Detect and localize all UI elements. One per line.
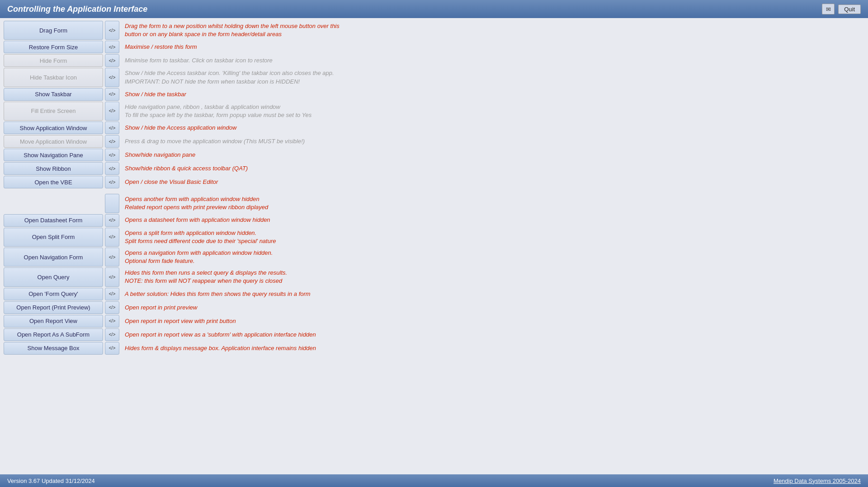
table-row: Open Report As A SubForm</>Open report i… [0,328,868,341]
table-row: Show Taskbar</>Show / hide the taskbar [0,88,868,101]
table-row: Open Navigation Form</>Opens a navigatio… [0,248,868,267]
row-description: Open report in report view with print bu… [119,315,868,328]
row-description: Minimise form to taskbar. Click on taskb… [119,54,868,67]
action-button[interactable]: Restore Form Size [4,41,103,53]
action-button[interactable]: Show Navigation Pane [4,149,103,161]
table-row: Show Ribbon</>Show/hide ribbon & quick a… [0,162,868,175]
code-button[interactable]: </> [105,288,119,300]
action-button[interactable]: Open Split Form [4,228,103,247]
action-button[interactable]: Show Taskbar [4,88,103,101]
code-button[interactable]: </> [105,267,119,286]
action-button[interactable]: Open Query [4,267,103,286]
status-bar: Version 3.67 Updated 31/12/2024 Mendip D… [0,474,868,487]
code-button[interactable]: </> [105,88,119,101]
table-row: Show Application Window</>Show / hide th… [0,122,868,134]
main-content: Drag Form</>Drag the form to a new posit… [0,18,868,474]
table-row: Open Report View</>Open report in report… [0,315,868,328]
row-description: Open report in print preview [119,301,868,314]
row-description: Show / hide the Access application windo… [119,122,868,134]
code-button[interactable]: </> [105,68,119,87]
code-button[interactable] [105,194,119,213]
row-description: Show/hide navigation pane [119,149,868,161]
action-button: Hide Taskbar Icon [4,68,103,87]
code-button[interactable]: </> [105,301,119,314]
table-row: Open Split Form</>Opens a split form wit… [0,228,868,247]
row-description: Opens a split form with application wind… [119,228,868,247]
row-description: Hides form & displays message box. Appli… [119,342,868,355]
table-row: Hide Form</>Minimise form to taskbar. Cl… [0,54,868,67]
title-bar: Controlling the Application Interface ✉ … [0,0,868,18]
company-link[interactable]: Mendip Data Systems 2005-2024 [774,478,861,484]
row-description: Opens a navigation form with application… [119,248,868,267]
table-row: Show Navigation Pane</>Show/hide navigat… [0,149,868,161]
table-row: Open Query</>Hides this form then runs a… [0,267,868,286]
table-row: Drag Form</>Drag the form to a new posit… [0,21,868,40]
table-row: Fill Entire Screen</>Hide navigation pan… [0,102,868,121]
code-button[interactable]: </> [105,54,119,67]
code-button[interactable]: </> [105,41,119,53]
row-description: Maximise / restore this form [119,41,868,53]
app-title: Controlling the Application Interface [7,5,147,14]
code-button[interactable]: </> [105,176,119,188]
action-button: Move Application Window [4,135,103,148]
action-button[interactable]: Open Report As A SubForm [4,328,103,341]
mail-icon: ✉ [826,6,831,13]
row-description: Opens a datasheet form with application … [119,214,868,227]
code-button[interactable]: </> [105,248,119,267]
code-button[interactable]: </> [105,228,119,247]
row-description: Open / close the Visual Basic Editor [119,176,868,188]
row-description: Open report in report view as a 'subform… [119,328,868,341]
code-button[interactable]: </> [105,102,119,121]
table-row: Move Application Window</>Press & drag t… [0,135,868,148]
action-button[interactable]: Show Ribbon [4,162,103,175]
code-button[interactable]: </> [105,315,119,328]
row-description: A better solution: Hides this form then … [119,288,868,300]
table-row: Open the VBE</>Open / close the Visual B… [0,176,868,188]
code-button[interactable]: </> [105,149,119,161]
table-row: Open Report (Print Preview)</>Open repor… [0,301,868,314]
action-button[interactable]: Open Report View [4,315,103,328]
action-button[interactable]: Open 'Form Query' [4,288,103,300]
action-button[interactable]: Drag Form [4,21,103,40]
code-button[interactable]: </> [105,135,119,148]
row-description: Show / hide the taskbar [119,88,868,101]
table-row: Opens another form with application wind… [0,194,868,213]
action-button[interactable]: Open Report (Print Preview) [4,301,103,314]
action-button[interactable]: Show Message Box [4,342,103,355]
code-button[interactable]: </> [105,21,119,40]
icon-button[interactable]: ✉ [822,4,835,14]
quit-button[interactable]: Quit [838,5,861,14]
row-description: Hide navigation pane, ribbon , taskbar &… [119,102,868,121]
row-description: Press & drag to move the application win… [119,135,868,148]
code-button[interactable]: </> [105,162,119,175]
code-button[interactable]: </> [105,214,119,227]
row-description: Drag the form to a new position whilst h… [119,21,868,40]
table-row: Hide Taskbar Icon</>Show / hide the Acce… [0,68,868,87]
row-description: Opens another form with application wind… [119,194,868,213]
action-button[interactable]: Open Navigation Form [4,248,103,267]
code-button[interactable]: </> [105,122,119,134]
row-description: Hides this form then runs a select query… [119,267,868,286]
action-button: Hide Form [4,54,103,67]
title-controls: ✉ Quit [822,4,861,14]
version-text: Version 3.67 Updated 31/12/2024 [7,478,95,484]
action-button[interactable]: Open Datasheet Form [4,214,103,227]
table-row: Restore Form Size</>Maximise / restore t… [0,41,868,53]
action-button[interactable]: Show Application Window [4,122,103,134]
table-row: Show Message Box</>Hides form & displays… [0,342,868,355]
table-row: Open Datasheet Form</>Opens a datasheet … [0,214,868,227]
table-row: Open 'Form Query'</>A better solution: H… [0,288,868,300]
action-button: Fill Entire Screen [4,102,103,121]
code-button[interactable]: </> [105,342,119,355]
row-description: Show / hide the Access taskbar icon. 'Ki… [119,68,868,87]
code-button[interactable]: </> [105,328,119,341]
action-button[interactable]: Open the VBE [4,176,103,188]
row-description: Show/hide ribbon & quick access toolbar … [119,162,868,175]
